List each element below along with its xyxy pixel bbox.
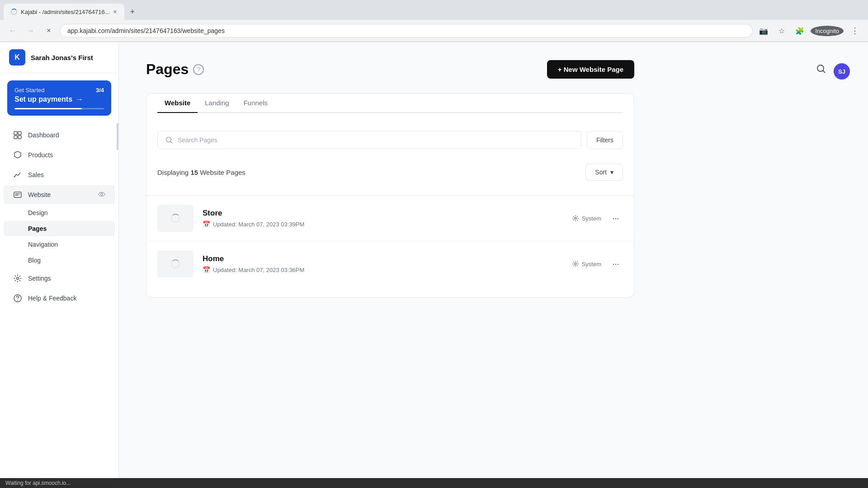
search-filter-row: Filters — [157, 131, 623, 149]
back-button[interactable]: ← — [5, 23, 20, 38]
website-subnav: Design Pages Navigation Blog — [0, 205, 118, 268]
new-page-btn-label: + New Website Page — [558, 66, 623, 73]
svg-rect-0 — [14, 131, 17, 135]
incognito-avatar[interactable]: Incognito — [811, 26, 844, 36]
page-thumbnail-home — [157, 250, 193, 277]
banner-label: Get Started — [14, 87, 44, 94]
svg-point-11 — [575, 217, 576, 219]
banner-title: Set up payments → — [14, 95, 104, 103]
sales-label: Sales — [28, 171, 106, 178]
thumbnail-spinner — [171, 259, 180, 268]
browser-tab[interactable]: Kajabi - /admin/sites/214764716... × — [4, 4, 124, 20]
more-options-button-store[interactable]: ··· — [609, 211, 623, 225]
banner-top: Get Started 3/4 — [14, 87, 104, 94]
site-name: Sarah Jonas's First — [31, 54, 109, 61]
new-tab-button[interactable]: + — [126, 5, 139, 18]
tab-landing[interactable]: Landing — [198, 94, 236, 112]
banner-progress — [14, 108, 104, 109]
tab-website[interactable]: Website — [157, 94, 198, 112]
address-bar[interactable]: app.kajabi.com/admin/sites/2147647163/we… — [60, 24, 753, 38]
kajabi-logo: K — [9, 49, 25, 66]
sidebar-scroll: Dashboard Products — [0, 123, 118, 478]
products-label: Products — [28, 151, 106, 159]
sidebar-item-dashboard[interactable]: Dashboard — [4, 126, 115, 145]
sidebar-item-website[interactable]: Website — [4, 185, 115, 204]
tab-title: Kajabi - /admin/sites/214764716... — [21, 9, 110, 15]
svg-point-7 — [17, 277, 19, 280]
search-input[interactable] — [178, 136, 574, 144]
search-input-icon — [165, 136, 173, 144]
browser-menu-button[interactable]: ⋮ — [847, 24, 863, 38]
search-box[interactable] — [157, 131, 581, 149]
tab-loading-spinner — [11, 9, 17, 15]
browser-chrome: Kajabi - /admin/sites/214764716... × + ←… — [0, 0, 868, 42]
main-nav: Dashboard Products — [0, 123, 118, 310]
subnav-item-pages[interactable]: Pages — [4, 221, 115, 236]
sidebar-item-products[interactable]: Products — [4, 145, 115, 164]
website-label: Website — [28, 191, 92, 198]
page-tabs: Website Landing Funnels — [157, 94, 623, 113]
search-filter-area: Filters — [146, 124, 634, 149]
page-updated-store: 📅 Updated: March 07, 2023 03:39PM — [203, 221, 563, 228]
reload-button[interactable]: × — [42, 23, 56, 38]
status-text: Waiting for api.smooch.io... — [5, 480, 71, 486]
more-options-button-home[interactable]: ··· — [609, 257, 623, 271]
page-info-store: Store 📅 Updated: March 07, 2023 03:39PM — [203, 209, 563, 228]
main-inner: Pages ? + New Website Page Website — [119, 42, 661, 316]
address-text: app.kajabi.com/admin/sites/2147647163/we… — [67, 27, 225, 34]
table-row: Store 📅 Updated: March 07, 2023 03:39PM — [146, 196, 634, 241]
svg-rect-3 — [18, 136, 21, 139]
sort-button[interactable]: Sort ▾ — [585, 164, 623, 181]
search-global-button[interactable] — [816, 63, 826, 80]
cast-icon[interactable]: 📷 — [756, 23, 771, 38]
banner-progress-fill — [14, 108, 82, 109]
pages-card: Website Landing Funnels — [146, 93, 634, 298]
displaying-row: Displaying 15 Website Pages Sort ▾ — [146, 158, 634, 195]
sales-icon — [13, 170, 23, 180]
page-help-icon[interactable]: ? — [193, 64, 204, 75]
settings-label: Settings — [28, 275, 106, 282]
svg-point-4 — [14, 176, 15, 178]
tabs-area: Website Landing Funnels — [146, 94, 634, 113]
calendar-icon: 📅 — [203, 266, 210, 273]
svg-rect-5 — [14, 192, 21, 197]
products-icon — [13, 150, 23, 160]
tab-close-icon[interactable]: × — [113, 8, 117, 15]
toolbar-actions: 📷 ☆ 🧩 Incognito ⋮ — [756, 23, 863, 38]
table-row: Home 📅 Updated: March 07, 2023 03:36PM — [146, 241, 634, 286]
pages-list: Store 📅 Updated: March 07, 2023 03:39PM — [146, 195, 634, 286]
svg-rect-2 — [14, 136, 17, 139]
main-content: SJ Pages ? + New Website Page — [119, 42, 868, 478]
subnav-item-blog[interactable]: Blog — [4, 253, 115, 268]
subnav-pages-label: Pages — [28, 225, 47, 232]
sidebar-item-help[interactable]: Help & Feedback — [4, 289, 115, 308]
tab-funnels[interactable]: Funnels — [236, 94, 275, 112]
sidebar-header: K Sarah Jonas's First — [0, 42, 118, 73]
filters-button[interactable]: Filters — [587, 131, 623, 149]
website-eye-icon[interactable] — [98, 190, 106, 200]
svg-point-6 — [101, 193, 103, 195]
displaying-info-row: Displaying 15 Website Pages Sort ▾ — [157, 164, 623, 181]
dashboard-label: Dashboard — [28, 131, 106, 139]
forward-button[interactable]: → — [24, 23, 38, 38]
subnav-design-label: Design — [28, 209, 48, 216]
sidebar: K Sarah Jonas's First Get Started 3/4 Se… — [0, 42, 119, 478]
sidebar-item-settings[interactable]: Settings — [4, 269, 115, 288]
page-title: Pages — [146, 61, 189, 78]
subnav-item-design[interactable]: Design — [4, 205, 115, 221]
page-actions-store: System ··· — [572, 211, 623, 225]
top-right-icons: SJ — [816, 63, 850, 80]
sidebar-item-sales[interactable]: Sales — [4, 165, 115, 184]
dashboard-icon — [13, 130, 23, 140]
app-container: K Sarah Jonas's First Get Started 3/4 Se… — [0, 42, 868, 478]
subnav-item-navigation[interactable]: Navigation — [4, 237, 115, 252]
extensions-icon[interactable]: 🧩 — [793, 23, 807, 38]
user-avatar-header[interactable]: SJ — [834, 63, 850, 80]
page-actions-home: System ··· — [572, 257, 623, 271]
get-started-banner[interactable]: Get Started 3/4 Set up payments → — [7, 80, 111, 116]
page-thumbnail-store — [157, 205, 193, 232]
new-website-page-button[interactable]: + New Website Page — [547, 60, 634, 79]
page-header: Pages ? + New Website Page — [146, 60, 634, 79]
bookmark-icon[interactable]: ☆ — [774, 23, 789, 38]
status-bar: Waiting for api.smooch.io... — [0, 478, 868, 488]
